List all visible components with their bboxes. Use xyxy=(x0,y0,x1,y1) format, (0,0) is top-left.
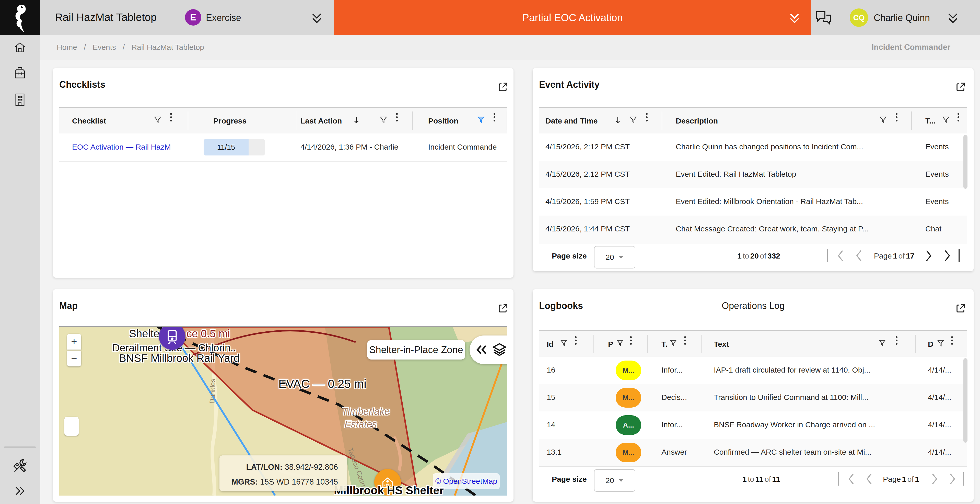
col-description[interactable]: Description xyxy=(676,117,718,125)
checklist-link[interactable]: EOC Activation — Rail HazM xyxy=(72,143,171,151)
building-icon[interactable] xyxy=(14,93,26,107)
toolbox-icon[interactable] xyxy=(13,66,27,80)
col-last-action[interactable]: Last Action xyxy=(301,117,342,125)
filter-icon[interactable] xyxy=(669,339,678,348)
filter-icon[interactable] xyxy=(616,339,624,348)
expand-sidebar-icon[interactable] xyxy=(14,484,27,498)
kebab-icon[interactable] xyxy=(630,336,632,338)
latlon-line: LAT/LON: 38.942/-92.806 xyxy=(246,463,338,471)
col-priority[interactable]: P xyxy=(608,340,613,348)
breadcrumb-events[interactable]: Events xyxy=(92,43,116,51)
activation-banner[interactable]: Partial EOC Activation xyxy=(334,0,811,35)
layers-icon[interactable] xyxy=(492,342,507,357)
filter-icon[interactable] xyxy=(879,116,888,124)
col-date[interactable]: D xyxy=(928,340,934,348)
prev-page-chevron-icon[interactable] xyxy=(864,472,874,486)
col-position[interactable]: Position xyxy=(428,117,458,125)
next-page-chevron-icon[interactable] xyxy=(924,249,934,262)
zoom-out-button[interactable]: − xyxy=(67,351,81,367)
evac-zone-label: EVAC — 0.25 mi xyxy=(259,378,386,390)
user-menu-chevron-icon[interactable] xyxy=(946,11,960,26)
scrollbar[interactable] xyxy=(963,135,967,189)
event-row[interactable]: 4/15/2026, 1:59 PM CST Event Edited: Mil… xyxy=(539,188,967,216)
page-size-select[interactable]: 20 xyxy=(594,246,635,268)
map-viewport[interactable]: Dunkles Tabuco Court nion Shelte ce 0.5 … xyxy=(59,327,507,496)
map-expand-icon[interactable] xyxy=(497,302,509,314)
event-row[interactable]: 4/15/2026, 2:12 PM CST Charlie Quinn has… xyxy=(539,134,967,161)
col-divider xyxy=(507,112,507,130)
filter-icon[interactable] xyxy=(629,116,638,124)
first-page-bar[interactable] xyxy=(827,249,828,262)
checklists-expand-icon[interactable] xyxy=(497,81,509,93)
logbook-row[interactable]: 16 M... Infor... IAP-1 draft circulated … xyxy=(539,357,967,384)
col-text[interactable]: Text xyxy=(714,340,729,348)
event-type: Events xyxy=(925,143,949,151)
chat-icon[interactable] xyxy=(815,10,832,27)
page-size-select[interactable]: 20 xyxy=(594,469,635,492)
collapse-icon[interactable] xyxy=(475,343,488,357)
map-panel: Map Dunkles Tabuco Court nion xyxy=(53,289,514,502)
map-control-box[interactable] xyxy=(64,417,79,436)
event-date: 4/15/2026, 2:12 PM CST xyxy=(546,143,630,151)
page-indicator: Page 1 of 17 xyxy=(869,252,920,260)
banner-chevron-icon[interactable] xyxy=(788,11,802,26)
home-icon[interactable] xyxy=(13,40,27,54)
event-row[interactable]: 4/15/2026, 1:44 PM CST Chat Message Crea… xyxy=(539,215,967,243)
logbook-row[interactable]: 15 M... Decis... Transition to Unified C… xyxy=(539,384,967,412)
first-page-chevron-icon[interactable] xyxy=(835,249,846,262)
event-switcher-chevron-icon[interactable] xyxy=(310,11,324,26)
kebab-icon[interactable] xyxy=(575,336,577,338)
kebab-icon[interactable] xyxy=(951,336,953,338)
zoom-in-button[interactable]: + xyxy=(67,334,81,349)
event-description: Event Edited: Rail HazMat Tabletop xyxy=(676,170,906,178)
kebab-icon[interactable] xyxy=(170,113,172,115)
sort-desc-icon[interactable] xyxy=(352,116,361,125)
user-avatar[interactable]: CQ xyxy=(850,8,868,27)
filter-icon[interactable] xyxy=(560,339,568,348)
checklist-row[interactable]: EOC Activation — Rail HazM 11/15 4/14/20… xyxy=(59,134,507,162)
kebab-icon[interactable] xyxy=(684,336,686,338)
logbook-row[interactable]: 13.1 M... Answer Confirmed — ARC shelter… xyxy=(539,439,967,467)
last-page-chevron-icon[interactable] xyxy=(947,472,958,486)
last-page-chevron-icon[interactable] xyxy=(942,249,952,262)
first-page-bar[interactable] xyxy=(838,472,839,486)
col-type[interactable]: T... xyxy=(925,117,935,125)
kebab-icon[interactable] xyxy=(493,113,495,115)
filter-icon[interactable] xyxy=(878,339,886,348)
filter-active-icon[interactable] xyxy=(477,116,485,124)
col-id[interactable]: Id xyxy=(547,340,554,348)
event-activity-expand-icon[interactable] xyxy=(955,81,967,93)
range-text: 1 to 11 of 11 xyxy=(703,475,820,483)
last-page-bar[interactable] xyxy=(963,472,964,486)
kebab-icon[interactable] xyxy=(896,113,897,115)
logbooks-expand-icon[interactable] xyxy=(955,302,967,314)
col-progress[interactable]: Progress xyxy=(213,117,247,125)
first-page-chevron-icon[interactable] xyxy=(846,472,856,486)
kebab-icon[interactable] xyxy=(646,113,648,115)
prev-page-chevron-icon[interactable] xyxy=(854,249,864,262)
col-type[interactable]: T. xyxy=(662,340,667,348)
logbook-row[interactable]: 14 A... Infor... BNSF Roadway Worker in … xyxy=(539,411,967,439)
filter-icon[interactable] xyxy=(379,116,388,124)
filter-icon[interactable] xyxy=(153,116,162,124)
breadcrumb-home[interactable]: Home xyxy=(57,43,77,51)
filter-icon[interactable] xyxy=(936,339,945,348)
filter-icon[interactable] xyxy=(942,116,950,124)
next-page-chevron-icon[interactable] xyxy=(929,472,940,486)
last-page-bar[interactable] xyxy=(959,249,959,262)
kebab-icon[interactable] xyxy=(896,336,897,338)
log-type: Decis... xyxy=(662,394,700,401)
kebab-icon[interactable] xyxy=(396,113,398,115)
col-checklist[interactable]: Checklist xyxy=(72,117,106,125)
event-date: 4/15/2026, 1:44 PM CST xyxy=(546,225,630,233)
kebab-icon[interactable] xyxy=(958,113,959,115)
zone-toggle-pill[interactable]: Shelter-in-Place Zone xyxy=(367,340,465,359)
sort-desc-icon[interactable] xyxy=(613,116,622,125)
app-logo[interactable] xyxy=(0,0,40,35)
admin-tools-icon[interactable] xyxy=(12,458,28,474)
event-row[interactable]: 4/15/2026, 2:12 PM CST Event Edited: Rai… xyxy=(539,161,967,189)
col-date-time[interactable]: Date and Time xyxy=(546,117,598,125)
openstreetmap-link[interactable]: © OpenStreetMap xyxy=(435,477,497,485)
scrollbar[interactable] xyxy=(963,358,967,443)
event-title: Rail HazMat Tabletop xyxy=(55,12,157,23)
